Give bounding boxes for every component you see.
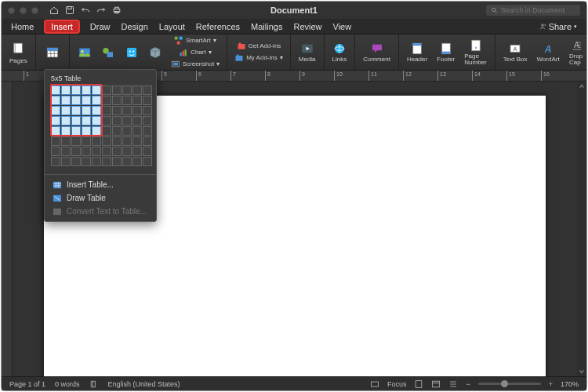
table-grid-cell[interactable] xyxy=(92,85,101,95)
table-button[interactable] xyxy=(41,42,64,63)
table-grid-cell[interactable] xyxy=(82,85,91,95)
table-grid-cell[interactable] xyxy=(82,147,91,156)
undo-icon[interactable] xyxy=(81,5,90,15)
table-grid-cell[interactable] xyxy=(61,157,71,166)
zoom-slider[interactable] xyxy=(478,383,541,385)
table-grid-cell[interactable] xyxy=(122,85,132,95)
table-grid-cell[interactable] xyxy=(122,126,132,136)
table-grid-cell[interactable] xyxy=(61,116,71,125)
table-grid-cell[interactable] xyxy=(132,106,142,115)
table-grid-cell[interactable] xyxy=(132,136,142,146)
status-page[interactable]: Page 1 of 1 xyxy=(9,380,45,388)
table-grid-cell[interactable] xyxy=(51,116,60,125)
table-grid-cell[interactable] xyxy=(61,136,71,146)
models-button[interactable] xyxy=(145,44,165,61)
print-icon[interactable] xyxy=(112,5,122,15)
table-grid-cell[interactable] xyxy=(143,136,152,146)
focus-icon[interactable] xyxy=(370,379,379,389)
table-grid-cell[interactable] xyxy=(122,157,132,166)
table-grid-cell[interactable] xyxy=(92,147,101,156)
header-button[interactable]: Header xyxy=(404,40,430,64)
focus-label[interactable]: Focus xyxy=(387,380,407,388)
comment-button[interactable]: Comment xyxy=(360,40,394,64)
view-outline-icon[interactable] xyxy=(448,379,458,389)
table-grid-cell[interactable] xyxy=(71,136,81,146)
table-grid-cell[interactable] xyxy=(122,147,132,156)
table-grid-cell[interactable] xyxy=(112,85,122,95)
wordart-button[interactable]: A WordArt xyxy=(533,40,562,64)
drop-cap-button[interactable]: A Drop Cap xyxy=(566,37,586,67)
save-icon[interactable] xyxy=(65,5,74,15)
insert-table-item[interactable]: Insert Table... xyxy=(45,178,156,191)
table-grid-cell[interactable] xyxy=(51,85,60,95)
table-grid-cell[interactable] xyxy=(92,96,101,105)
table-grid-cell[interactable] xyxy=(143,126,152,136)
table-grid-cell[interactable] xyxy=(102,126,111,136)
table-grid-cell[interactable] xyxy=(71,116,81,125)
status-language[interactable]: English (United States) xyxy=(108,380,180,388)
table-grid-cell[interactable] xyxy=(51,106,60,115)
table-grid-cell[interactable] xyxy=(51,126,60,136)
table-grid-cell[interactable] xyxy=(71,157,81,166)
ruler-vertical[interactable] xyxy=(2,82,13,376)
table-grid-cell[interactable] xyxy=(61,147,71,156)
table-grid-cell[interactable] xyxy=(112,96,122,105)
table-grid-cell[interactable] xyxy=(132,126,142,136)
home-icon[interactable] xyxy=(49,5,59,15)
table-grid-cell[interactable] xyxy=(122,96,132,105)
table-grid-cell[interactable] xyxy=(92,106,101,115)
table-grid-cell[interactable] xyxy=(61,85,71,95)
table-grid-cell[interactable] xyxy=(122,136,132,146)
table-grid-cell[interactable] xyxy=(112,157,122,166)
table-grid-cell[interactable] xyxy=(92,116,101,125)
table-grid-cell[interactable] xyxy=(143,116,152,125)
table-grid-cell[interactable] xyxy=(102,106,111,115)
close-dot[interactable] xyxy=(8,7,15,14)
table-grid-cell[interactable] xyxy=(92,157,101,166)
table-grid-cell[interactable] xyxy=(82,136,91,146)
zoom-in[interactable]: + xyxy=(549,380,553,388)
table-grid-cell[interactable] xyxy=(51,96,60,105)
table-grid-cell[interactable] xyxy=(82,116,91,125)
table-grid-picker[interactable] xyxy=(45,85,156,171)
zoom-dot[interactable] xyxy=(31,7,38,14)
table-grid-cell[interactable] xyxy=(112,147,122,156)
zoom-knob[interactable] xyxy=(501,380,508,387)
minimize-dot[interactable] xyxy=(20,7,27,14)
table-grid-cell[interactable] xyxy=(132,96,142,105)
table-grid-cell[interactable] xyxy=(82,96,91,105)
table-grid-cell[interactable] xyxy=(143,96,152,105)
tab-review[interactable]: Review xyxy=(293,22,321,31)
table-grid-cell[interactable] xyxy=(102,136,111,146)
table-grid-cell[interactable] xyxy=(112,126,122,136)
table-grid-cell[interactable] xyxy=(61,126,71,136)
scroll-down-icon[interactable] xyxy=(579,368,585,375)
table-grid-cell[interactable] xyxy=(132,157,142,166)
table-grid-cell[interactable] xyxy=(71,106,81,115)
links-button[interactable]: Links xyxy=(329,40,350,64)
view-web-icon[interactable] xyxy=(431,379,441,389)
spellcheck-icon[interactable] xyxy=(89,379,99,389)
icons-button[interactable] xyxy=(122,44,142,61)
table-grid-cell[interactable] xyxy=(122,116,132,125)
table-grid-cell[interactable] xyxy=(82,106,91,115)
search-input[interactable] xyxy=(501,6,575,14)
table-grid-cell[interactable] xyxy=(112,116,122,125)
scrollbar-vertical[interactable] xyxy=(577,82,586,376)
table-grid-cell[interactable] xyxy=(92,136,101,146)
get-addins-button[interactable]: Get Add-ins xyxy=(232,41,285,52)
zoom-out[interactable]: − xyxy=(466,380,470,388)
table-grid-cell[interactable] xyxy=(102,96,111,105)
table-grid-cell[interactable] xyxy=(143,147,152,156)
page-number-button[interactable]: # Page Number xyxy=(461,37,489,67)
table-grid-cell[interactable] xyxy=(132,147,142,156)
table-grid-cell[interactable] xyxy=(51,157,60,166)
table-grid-cell[interactable] xyxy=(112,106,122,115)
view-print-icon[interactable] xyxy=(414,379,423,389)
status-words[interactable]: 0 words xyxy=(55,380,80,388)
table-grid-cell[interactable] xyxy=(92,126,101,136)
table-grid-cell[interactable] xyxy=(61,106,71,115)
table-grid-cell[interactable] xyxy=(112,136,122,146)
table-grid-cell[interactable] xyxy=(143,85,152,95)
tab-home[interactable]: Home xyxy=(11,22,34,31)
